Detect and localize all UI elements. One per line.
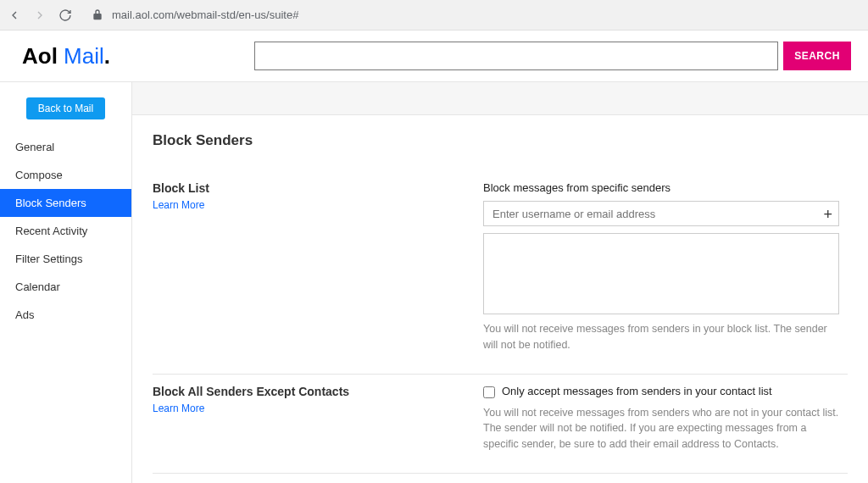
block-sender-input[interactable] [483,201,839,226]
sidebar-item-filter-settings[interactable]: Filter Settings [0,245,131,273]
search-wrap: SEARCH [254,42,851,70]
block-list-heading: Block List [153,181,449,195]
logo-product: Mail [58,43,104,69]
block-list-subtitle: Block messages from specific senders [483,181,839,194]
lock-icon [90,8,105,23]
add-sender-icon[interactable]: + [823,206,832,224]
sidebar-item-general[interactable]: General [0,133,131,161]
top-header: Aol Mail. SEARCH [0,31,868,81]
settings-sidebar: Back to Mail General Compose Block Sende… [0,82,132,483]
sidebar-item-compose[interactable]: Compose [0,161,131,189]
block-all-learn-more-link[interactable]: Learn More [153,402,204,414]
page-title: Block Senders [153,132,848,149]
sidebar-item-ads[interactable]: Ads [0,301,131,329]
aol-mail-logo[interactable]: Aol Mail. [17,43,110,69]
browser-toolbar: mail.aol.com/webmail-std/en-us/suite# [0,0,868,31]
nav-back-icon[interactable] [7,8,22,23]
search-input[interactable] [254,42,778,70]
address-bar[interactable]: mail.aol.com/webmail-std/en-us/suite# [83,8,861,23]
only-contacts-label: Only accept messages from senders in you… [502,385,772,397]
nav-forward-icon[interactable] [32,8,47,23]
block-all-heading: Block All Senders Except Contacts [153,385,449,398]
blocked-senders-listbox[interactable] [483,233,839,314]
content-area: Block Senders Block List Learn More Bloc… [132,82,868,483]
block-all-section: Block All Senders Except Contacts Learn … [153,375,848,474]
search-button[interactable]: SEARCH [783,42,851,70]
sidebar-item-recent-activity[interactable]: Recent Activity [0,217,131,245]
url-text: mail.aol.com/webmail-std/en-us/suite# [112,8,298,21]
only-contacts-checkbox[interactable] [483,386,495,398]
block-list-helper: You will not receive messages from sende… [483,321,839,353]
reload-icon[interactable] [58,8,73,23]
block-all-helper: You will not receive messages from sende… [483,405,839,452]
logo-brand: Aol [22,43,58,69]
logo-dot: . [104,43,110,69]
block-list-learn-more-link[interactable]: Learn More [153,199,204,211]
sidebar-item-block-senders[interactable]: Block Senders [0,189,131,217]
sidebar-item-calendar[interactable]: Calendar [0,273,131,301]
block-list-section: Block List Learn More Block messages fro… [153,171,848,375]
back-to-mail-button[interactable]: Back to Mail [26,97,105,119]
